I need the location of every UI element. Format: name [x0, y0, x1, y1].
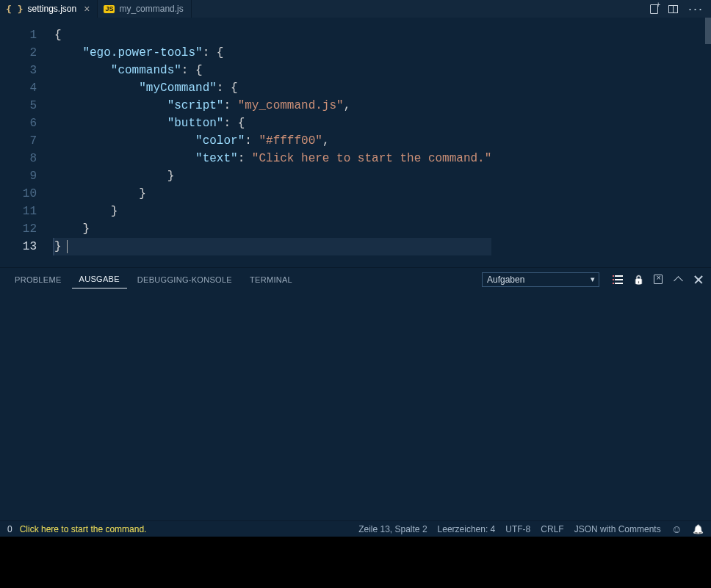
panel-tab-terminal[interactable]: TERMINAL — [242, 271, 300, 288]
editor-tab-bar: { } settings.json × JS my_command.js ··· — [0, 0, 711, 18]
line-number: 13 — [0, 238, 37, 255]
json-icon: { } — [6, 4, 23, 15]
panel-tab-ausgabe[interactable]: AUSGABE — [72, 270, 127, 288]
code-line[interactable]: } — [54, 238, 491, 255]
panel-tab-debugging-konsole[interactable]: DEBUGGING-KONSOLE — [130, 271, 239, 288]
maximize-panel-icon[interactable] — [673, 275, 683, 285]
line-number: 9 — [0, 167, 37, 185]
split-editor-icon[interactable] — [668, 5, 678, 13]
line-number: 1 — [0, 26, 37, 44]
clear-output-icon[interactable] — [654, 275, 663, 284]
minimap[interactable] — [704, 18, 711, 267]
line-number: 10 — [0, 185, 37, 203]
code-line[interactable]: } — [54, 185, 491, 203]
code-line[interactable]: "ego.power-tools": { — [54, 44, 491, 62]
code-line[interactable]: } — [54, 167, 491, 185]
line-number: 5 — [0, 97, 37, 115]
new-file-icon[interactable] — [650, 4, 658, 14]
toggle-output-filter-icon[interactable] — [613, 275, 623, 284]
line-number: 11 — [0, 203, 37, 220]
encoding-status[interactable]: UTF-8 — [505, 524, 530, 534]
line-number: 12 — [0, 220, 37, 238]
tab-label: settings.json — [27, 4, 76, 14]
language-mode[interactable]: JSON with Comments — [574, 524, 661, 534]
close-panel-icon[interactable] — [693, 275, 704, 285]
line-number: 8 — [0, 150, 37, 167]
output-panel-body[interactable] — [0, 291, 711, 520]
tab-label: my_command.js — [119, 4, 183, 14]
tab-settings-json[interactable]: { } settings.json × — [0, 0, 98, 18]
editor-actions: ··· — [643, 0, 711, 18]
close-tab-icon[interactable]: × — [84, 3, 90, 15]
code-line[interactable]: } — [54, 220, 491, 238]
tab-my-command-js[interactable]: JS my_command.js — [98, 0, 191, 18]
custom-command-button[interactable]: Click here to start the command. — [20, 524, 147, 534]
code-line[interactable]: { — [54, 26, 491, 44]
code-line[interactable]: "text": "Click here to start the command… — [54, 150, 491, 167]
indentation-status[interactable]: Leerzeichen: 4 — [438, 524, 496, 534]
code-line[interactable]: "commands": { — [54, 62, 491, 79]
line-number: 7 — [0, 132, 37, 150]
code-editor[interactable]: 12345678910111213 { "ego.power-tools": {… — [0, 18, 711, 267]
js-icon: JS — [104, 5, 115, 13]
status-bar: 0 Click here to start the command. Zeile… — [0, 520, 711, 537]
code-line[interactable]: } — [54, 203, 491, 220]
panel-tab-probleme[interactable]: PROBLEME — [7, 271, 69, 288]
line-number: 3 — [0, 62, 37, 79]
line-number: 4 — [0, 79, 37, 97]
code-line[interactable]: "color": "#ffff00", — [54, 132, 491, 150]
notifications-icon[interactable] — [693, 524, 704, 534]
code-line[interactable]: "button": { — [54, 115, 491, 132]
eol-status[interactable]: CRLF — [541, 524, 563, 534]
cursor-position[interactable]: Zeile 13, Spalte 2 — [358, 524, 427, 534]
more-actions-icon[interactable]: ··· — [688, 5, 704, 12]
code-area[interactable]: { "ego.power-tools": { "commands": { "my… — [54, 18, 491, 267]
code-line[interactable]: "script": "my_command.js", — [54, 97, 491, 115]
problems-count[interactable]: 0 — [7, 524, 12, 534]
line-number: 2 — [0, 44, 37, 62]
code-line[interactable]: "myCommand": { — [54, 79, 491, 97]
output-channel-select[interactable]: Aufgaben — [482, 272, 599, 287]
feedback-icon[interactable] — [671, 523, 682, 535]
panel-tab-bar: PROBLEME AUSGABE DEBUGGING-KONSOLE TERMI… — [0, 267, 711, 291]
line-number: 6 — [0, 115, 37, 132]
line-number-gutter: 12345678910111213 — [0, 18, 54, 267]
toggle-scroll-lock-icon[interactable] — [633, 275, 643, 285]
minimap-slider[interactable] — [705, 18, 711, 44]
